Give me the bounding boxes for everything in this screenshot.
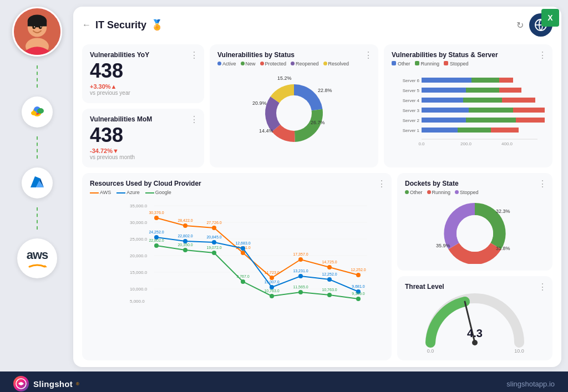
svg-point-97	[298, 274, 303, 278]
vuln-yoy-card: Vulnerabilities YoY ⋮ 438 +3.30%▲ vs pre…	[82, 44, 204, 103]
svg-text:26.7%: 26.7%	[311, 120, 325, 125]
svg-rect-41	[513, 108, 545, 113]
dockets-legend: Other Running Stopped	[405, 190, 545, 195]
svg-text:22.8%: 22.8%	[318, 88, 332, 93]
svg-text:20,350.0: 20,350.0	[178, 243, 192, 247]
vuln-server-card: Vulnerabilities by Status & Server ⋮ Oth…	[384, 44, 552, 167]
svg-rect-32	[466, 88, 499, 93]
svg-point-115	[356, 297, 361, 301]
svg-point-13	[31, 111, 37, 115]
legend-new: New	[241, 61, 256, 67]
svg-text:20.9%: 20.9%	[252, 100, 267, 106]
legend-protected: Protected	[260, 61, 287, 67]
vuln-mom-vs: vs previous month	[90, 154, 196, 160]
resources-card: Resources Used by Cloud Provider ⋮ AWS A…	[82, 173, 392, 360]
dockets-title: Dockets by State	[405, 180, 545, 187]
page-title: IT Security	[95, 19, 146, 31]
svg-rect-36	[463, 98, 502, 103]
footer-brand-name: Slingshot	[33, 379, 73, 389]
legend-resolved: Resolved	[323, 61, 349, 67]
vuln-mom-value: 438	[90, 125, 196, 145]
svg-text:9,369.0: 9,369.0	[352, 292, 364, 296]
svg-text:12,683.0: 12,683.0	[235, 241, 250, 245]
svg-rect-27	[422, 78, 471, 83]
svg-text:5,000.0: 5,000.0	[130, 299, 145, 304]
svg-text:Server 2: Server 2	[403, 118, 420, 123]
vuln-mom-menu[interactable]: ⋮	[190, 114, 199, 125]
svg-text:200.0: 200.0	[460, 141, 472, 146]
svg-text:11,565.0: 11,565.0	[293, 285, 308, 289]
dashed-line-2	[37, 136, 38, 159]
donut-chart: 22.8% 26.7% 14.4% 20.9% 15.2%	[217, 69, 371, 152]
dashboard: ← IT Security 🏅 ↻ X	[73, 7, 561, 367]
vuln-yoy-value: 438	[90, 61, 196, 81]
svg-text:12,252.0: 12,252.0	[322, 272, 337, 276]
svg-point-77	[183, 223, 187, 228]
dockets-card: Dockets by State ⋮ Other Running Stopped	[397, 173, 552, 271]
svg-point-12	[37, 108, 44, 114]
threat-menu[interactable]: ⋮	[538, 282, 547, 292]
svg-text:13,231.0: 13,231.0	[293, 269, 308, 273]
avatar	[12, 7, 62, 57]
refresh-button[interactable]: ↻	[516, 20, 524, 30]
azure-icon[interactable]	[22, 167, 53, 198]
svg-rect-47	[422, 128, 458, 133]
aws-icon[interactable]: aws	[17, 238, 57, 278]
svg-text:14,725.0: 14,725.0	[322, 260, 337, 264]
legend-stopped: Stopped	[444, 61, 469, 67]
svg-point-8	[40, 26, 42, 27]
bar-chart-svg: Server 6 Server 5 Server 4 Server 3	[392, 70, 545, 159]
svg-point-114	[327, 293, 332, 297]
svg-text:Server 6: Server 6	[403, 78, 420, 83]
svg-text:22,802.0: 22,802.0	[178, 234, 192, 238]
dockets-menu[interactable]: ⋮	[538, 179, 547, 189]
svg-text:24,252.0: 24,252.0	[149, 230, 164, 234]
legend-running: Running	[415, 61, 440, 67]
vuln-status-title: Vulnerabilities by Status	[217, 51, 371, 59]
vuln-yoy-title: Vulnerabilities YoY	[90, 51, 196, 59]
back-button[interactable]: ←	[82, 20, 91, 30]
footer-logo	[13, 376, 29, 391]
vuln-yoy-trend: +3.30%▲	[90, 83, 196, 90]
svg-text:0.0: 0.0	[427, 348, 434, 354]
google-cloud-icon[interactable]	[22, 96, 53, 128]
vuln-mom-card: Vulnerabilities MoM ⋮ 438 -34.72%▼ vs pr…	[82, 109, 204, 167]
svg-point-109	[183, 248, 187, 252]
svg-point-20	[276, 95, 312, 131]
vuln-server-menu[interactable]: ⋮	[538, 50, 547, 60]
svg-text:15,000.0: 15,000.0	[130, 270, 148, 275]
legend-d-running: Running	[427, 190, 451, 195]
gauge-chart: 4.3 0.0 10.0	[405, 293, 545, 354]
svg-text:10.0: 10.0	[514, 348, 524, 354]
svg-text:20,000.0: 20,000.0	[130, 253, 148, 258]
svg-point-82	[327, 265, 332, 269]
svg-text:9,767.0: 9,767.0	[236, 274, 249, 278]
header-actions: ↻ X	[516, 13, 552, 37]
svg-rect-31	[422, 88, 466, 93]
svg-point-112	[270, 294, 274, 298]
svg-rect-29	[499, 78, 513, 83]
svg-text:17,357.0: 17,357.0	[293, 252, 308, 256]
svg-point-95	[241, 246, 245, 251]
svg-text:400.0: 400.0	[501, 141, 513, 146]
sidebar: aws	[7, 7, 68, 367]
svg-point-108	[154, 243, 159, 248]
vuln-status-card: Vulnerabilities by Status ⋮ Active New P…	[210, 44, 378, 167]
svg-point-80	[270, 276, 274, 280]
svg-rect-43	[422, 118, 466, 123]
legend-active: Active	[217, 61, 236, 67]
svg-point-81	[298, 257, 303, 262]
medal-icon: 🏅	[151, 19, 163, 31]
line-chart-svg: 35,000.0 30,000.0 25,000.0 20,000.0 15,0…	[90, 197, 384, 308]
vuln-yoy-menu[interactable]: ⋮	[190, 50, 199, 60]
svg-text:19,072.0: 19,072.0	[206, 246, 221, 250]
vuln-status-menu[interactable]: ⋮	[364, 50, 373, 60]
excel-icon[interactable]: X	[541, 9, 559, 27]
vuln-mom-title: Vulnerabilities MoM	[90, 115, 196, 123]
resources-menu[interactable]: ⋮	[377, 179, 386, 189]
vuln-server-legend: Other Running Stopped	[392, 61, 545, 67]
svg-rect-37	[502, 98, 535, 103]
dockets-donut: 32.3% 31.8% 35.9%	[405, 197, 545, 264]
svg-text:Server 3: Server 3	[403, 108, 420, 113]
footer-url: slingshotapp.io	[506, 380, 555, 388]
